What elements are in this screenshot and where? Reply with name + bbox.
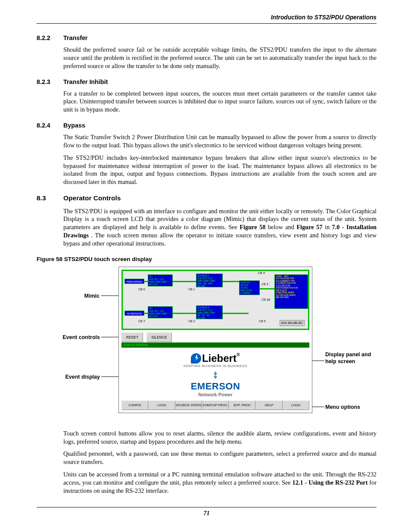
cb6-label: CB 6 (138, 287, 145, 291)
menu-config[interactable]: CONFIG (121, 401, 148, 410)
menu-logo[interactable]: LOGO (283, 401, 309, 410)
svg-marker-0 (214, 371, 217, 379)
cb3a-label: CB 3A (262, 298, 270, 302)
bus-line (223, 313, 249, 314)
leader-line (101, 376, 120, 377)
preferred-label: PREFERRED (125, 279, 144, 284)
running-head: Introduction to STS2/PDU Operations (37, 14, 377, 24)
cb7-label: CB 7 (138, 319, 145, 323)
heading-number: 8.3 (37, 194, 63, 202)
load-box: LOAD AVG. 0.0 VOLTAGE THD 0.0 CURRENT TH… (274, 274, 308, 309)
emerson-logo: EMERSON (121, 380, 309, 392)
paragraph: Should the preferred source fail or be o… (63, 46, 377, 70)
heading-number: 8.2.2 (37, 34, 63, 42)
section-8-2-2: 8.2.2 Transfer Should the preferred sour… (37, 34, 377, 70)
bus-line (144, 313, 149, 314)
event-controls-row: RESET SILENCE (121, 333, 309, 342)
menu-help[interactable]: HELP (255, 401, 282, 410)
section-8-2-4: 8.2.4 Bypass The Static Transfer Switch … (37, 121, 377, 186)
callout-event-display: Event display (56, 373, 100, 381)
bus-line (173, 281, 196, 282)
xref-figure-58: Figure 58 (240, 224, 265, 230)
liebert-logo: Liebert® (121, 352, 309, 365)
xref-section-12-1: 12.1 - Using the RS-232 Port (293, 479, 368, 486)
cb3-label: CB 3 (262, 282, 268, 286)
heading-title: Transfer Inhibit (63, 78, 108, 86)
paragraph: The STS2/PDU includes key-interlocked ma… (63, 154, 377, 186)
menu-startup-proc[interactable]: STARTUP PROC. (202, 401, 229, 410)
cb5-label: CB 5 (259, 319, 266, 323)
reset-button[interactable]: RESET (121, 333, 143, 342)
menu-row: CONFIG LOGS SOURCE XFERS STARTUP PROC. B… (121, 401, 309, 410)
bus-line (144, 281, 149, 282)
t1-box: T1 A-B B-C C-A 208V 208V 208V 60.0 HZ (148, 274, 173, 286)
paragraph: Units can be accessed from a terminal or… (63, 470, 377, 495)
heading-number: 8.2.3 (37, 78, 63, 86)
text: in (325, 224, 332, 230)
heading-8-3: 8.3 Operator Controls (37, 194, 377, 202)
paragraph: The Static Transfer Switch 2 Power Distr… (63, 133, 377, 149)
menu-source-xfers[interactable]: SOURCE XFERS (175, 401, 202, 410)
silence-button[interactable]: SILENCE (146, 333, 171, 342)
callout-event-controls: Event controls (52, 334, 100, 341)
paragraph: Touch screen control buttons allow you t… (63, 429, 377, 446)
paragraph: The STS2/PDU is equipped with an interfa… (63, 207, 377, 248)
leader-line (101, 337, 120, 337)
leader-line (311, 361, 324, 361)
status-bar: STATUS NORMAL (121, 342, 309, 348)
heading-title: Transfer (63, 34, 87, 42)
source2-box: SOURCE 2 A-B B-C C-A 208V 208V 208V 0A 0… (196, 305, 223, 319)
text: . The touch screen menus allow the opera… (63, 232, 377, 247)
heading-title: Operator Controls (63, 194, 121, 202)
avg-phase-button[interactable]: AVG ØA ØB ØC (280, 320, 305, 326)
bus-line (260, 288, 274, 289)
logo-panel: Liebert® KEEPING BUSINESS IN BUSINESS EM… (121, 349, 309, 400)
section-8-3: 8.3 Operator Controls The STS2/PDU is eq… (37, 194, 377, 248)
emerson-icon (212, 371, 219, 379)
heading-number: 8.2.4 (37, 121, 63, 130)
page-number: 71 (37, 507, 377, 517)
liebert-tagline: KEEPING BUSINESS IN BUSINESS (121, 364, 309, 369)
heading-8-2-2: 8.2.2 Transfer (37, 34, 377, 42)
output-box: OUTPUT 33 KVA 19 KW 60% LOAD 0 XFERS (239, 280, 260, 295)
menu-byp-proc[interactable]: BYP. PROC (229, 401, 255, 410)
cb4-label: CB 4 (258, 271, 265, 275)
heading-title: Bypass (63, 121, 85, 130)
figure-58: Mimic Event controls Event display Displ… (37, 267, 377, 422)
leader-line (311, 407, 324, 407)
callout-mimic: Mimic (75, 292, 100, 300)
callout-display-panel: Display panel and help screen (325, 351, 377, 365)
emerson-subtitle: Network Power (121, 392, 309, 398)
source1-box: SOURCE 1 A-B B-C C-A 208V 208V 208V 60A … (196, 274, 223, 287)
registered-mark: ® (237, 352, 240, 357)
liebert-drop-icon (191, 353, 201, 364)
leader-line (101, 296, 120, 296)
menu-logs[interactable]: LOGS (148, 401, 175, 410)
paragraph: Qualified personnel, with a password, ca… (63, 450, 377, 466)
t2-box: T2 A-B B-C C-A 208V 208V 208V 60.0 HZ (148, 306, 173, 318)
touch-screen-display[interactable]: PREFERRED T1 A-B B-C C-A 208V 208V 208V … (118, 267, 312, 413)
section-8-2-3: 8.2.3 Transfer Inhibit For a transfer to… (37, 78, 377, 114)
figure-caption: Figure 58 STS2/PDU touch screen display (37, 255, 377, 263)
heading-8-2-4: 8.2.4 Bypass (37, 121, 377, 130)
xref-figure-57: Figure 57 (296, 224, 322, 230)
paragraph: For a transfer to be completed between i… (63, 90, 377, 114)
cb1-label: CB 1 (188, 287, 195, 291)
bus-line (173, 313, 196, 314)
heading-8-2-3: 8.2.3 Transfer Inhibit (37, 78, 377, 86)
text: below and (268, 224, 297, 230)
alternate-label: ALTERNATE (125, 311, 144, 316)
callout-menu-options: Menu options (325, 404, 360, 411)
cb2-label: CB 2 (188, 319, 195, 323)
mimic-area[interactable]: PREFERRED T1 A-B B-C C-A 208V 208V 208V … (121, 270, 309, 330)
liebert-text: Liebert (202, 352, 237, 364)
bus-line (223, 281, 239, 282)
